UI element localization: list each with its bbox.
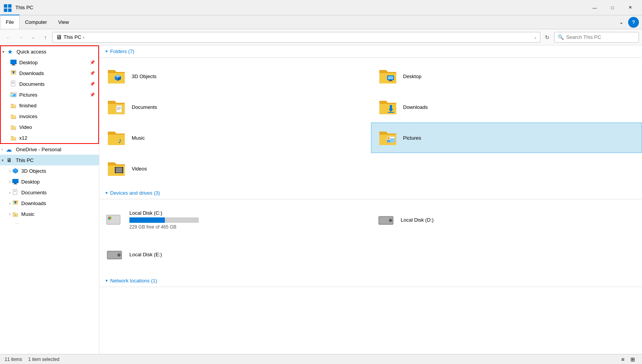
tab-view[interactable]: View xyxy=(53,15,75,29)
drive-e[interactable]: Local Disk (E:) xyxy=(99,237,371,272)
folders-section-header[interactable]: ▾ Folders (7) xyxy=(99,45,642,58)
network-section-header[interactable]: ▾ Network locations (1) xyxy=(99,275,642,287)
folder-desktop-name: Desktop xyxy=(403,73,422,79)
sidebar-item-downloads[interactable]: Downloads 📌 xyxy=(1,68,98,78)
sidebar-thispc-downloads[interactable]: › Downloads xyxy=(0,198,99,209)
sidebar-thispc-documents[interactable]: › Documents xyxy=(0,187,99,198)
svg-rect-53 xyxy=(122,172,123,173)
forward-button[interactable]: → xyxy=(15,32,26,43)
svg-rect-31 xyxy=(388,76,393,79)
thispc-header[interactable]: ▾ 🖥 This PC xyxy=(0,155,99,165)
sidebar-thispc-3dobjects[interactable]: › 3D Objects xyxy=(0,165,99,176)
folder-music[interactable]: ♪ Music xyxy=(99,122,371,153)
folder-videos-name: Videos xyxy=(132,166,147,172)
help-button[interactable]: ? xyxy=(628,17,639,28)
svg-rect-24 xyxy=(14,191,16,192)
onedrive-header[interactable]: › ☁ OneDrive - Personal xyxy=(0,144,99,155)
svg-rect-10 xyxy=(13,71,14,73)
documents-icon xyxy=(10,80,17,87)
sidebar-item-desktop[interactable]: Desktop 📌 xyxy=(1,57,98,68)
search-bar[interactable]: 🔍 xyxy=(554,32,639,43)
3dobjects-chevron: › xyxy=(9,169,10,173)
drive-d[interactable]: Local Disk (D:) xyxy=(371,202,642,237)
address-bar-icon: 🖥 xyxy=(56,34,62,41)
devices-section-header[interactable]: ▾ Devices and drives (3) xyxy=(99,187,642,199)
quick-access-label: Quick access xyxy=(17,49,46,55)
sidebar-item-video[interactable]: Video xyxy=(1,122,98,132)
ribbon-right: ⌄ ? xyxy=(616,15,642,29)
refresh-button[interactable]: ↻ xyxy=(542,32,553,43)
minimize-button[interactable]: — xyxy=(586,2,603,14)
folder-music-name: Music xyxy=(132,135,145,141)
folder-finished-icon xyxy=(10,102,17,109)
svg-rect-33 xyxy=(388,81,393,81)
view-controls: ≡ ⊞ xyxy=(618,355,637,364)
music-thispc-chevron: › xyxy=(9,212,10,216)
network-section-label: Network locations (1) xyxy=(110,278,157,284)
svg-rect-13 xyxy=(12,83,14,83)
folder-documents[interactable]: Documents xyxy=(99,92,371,122)
svg-point-45 xyxy=(387,137,390,139)
folder-pictures[interactable]: Pictures xyxy=(371,122,642,153)
onedrive-label: OneDrive - Personal xyxy=(16,147,61,152)
back-button[interactable]: ← xyxy=(3,32,14,43)
svg-rect-32 xyxy=(389,80,392,81)
tab-computer[interactable]: Computer xyxy=(20,15,53,29)
drive-c[interactable]: Local Disk (C:) 229 GB free of 465 GB xyxy=(99,202,371,237)
quick-access-header[interactable]: ▾ ★ Quick access xyxy=(1,46,98,57)
sidebar-desktop-label: Desktop xyxy=(19,60,38,65)
folder-pictures-name: Pictures xyxy=(403,135,421,141)
folder-video-icon xyxy=(10,124,17,130)
drive-d-name: Local Disk (D:) xyxy=(401,217,434,223)
thispc-chevron: ▾ xyxy=(2,158,3,162)
svg-rect-17 xyxy=(13,94,16,97)
thispc-icon: 🖥 xyxy=(7,157,12,163)
folder-documents-name: Documents xyxy=(132,104,157,110)
desktop-thispc-icon xyxy=(12,178,19,185)
address-bar[interactable]: 🖥 This PC › ⌄ xyxy=(52,32,540,43)
downloads-thispc-icon xyxy=(12,200,19,207)
sidebar-video-label: Video xyxy=(19,124,32,130)
downloads-icon xyxy=(10,70,17,77)
drive-c-name: Local Disk (C:) xyxy=(129,210,199,216)
ribbon-collapse-button[interactable]: ⌄ xyxy=(616,17,627,28)
svg-rect-51 xyxy=(122,167,123,169)
title-bar: This PC — □ ✕ xyxy=(0,0,642,15)
sidebar-thispc-music[interactable]: › ♪ Music xyxy=(0,209,99,219)
large-icons-view-button[interactable]: ⊞ xyxy=(628,355,637,364)
address-dropdown-arrow[interactable]: ⌄ xyxy=(534,35,537,39)
folder-invoices-icon xyxy=(10,113,17,120)
sidebar-item-documents[interactable]: Documents 📌 xyxy=(1,78,98,89)
folder-downloads[interactable]: Downloads xyxy=(371,92,642,122)
recent-locations-button[interactable]: ⌄ xyxy=(28,32,39,43)
svg-rect-36 xyxy=(117,108,121,109)
svg-point-68 xyxy=(118,254,120,256)
folder-downloads-icon xyxy=(378,97,398,117)
sidebar-item-invoices[interactable]: invoices xyxy=(1,111,98,122)
folder-videos[interactable]: Videos xyxy=(99,153,371,184)
sidebar-item-pictures[interactable]: Pictures 📌 xyxy=(1,89,98,100)
svg-rect-47 xyxy=(116,168,122,172)
tab-file[interactable]: File xyxy=(0,15,20,29)
maximize-button[interactable]: □ xyxy=(603,2,621,14)
toolbar: ← → ⌄ ↑ 🖥 This PC › ⌄ ↻ 🔍 xyxy=(0,29,642,45)
svg-text:♪: ♪ xyxy=(118,136,122,145)
app-icon xyxy=(3,3,12,12)
sidebar-item-finished[interactable]: finished xyxy=(1,100,98,111)
search-input[interactable] xyxy=(566,34,635,40)
details-view-button[interactable]: ≡ xyxy=(618,355,627,364)
svg-rect-5 xyxy=(12,64,15,65)
svg-rect-40 xyxy=(388,112,394,113)
folder-desktop[interactable]: Desktop xyxy=(371,61,642,92)
sidebar-3dobjects-label: 3D Objects xyxy=(21,168,46,174)
sidebar-thispc-desktop[interactable]: › Desktop xyxy=(0,176,99,187)
drive-e-name: Local Disk (E:) xyxy=(129,252,162,257)
up-button[interactable]: ↑ xyxy=(40,32,51,43)
sidebar-item-x12[interactable]: x12 xyxy=(1,132,98,143)
folder-3dobjects[interactable]: 3D Objects xyxy=(99,61,371,92)
svg-rect-0 xyxy=(4,4,7,8)
pin-icon-documents: 📌 xyxy=(90,82,95,87)
sidebar: ▾ ★ Quick access Desktop 📌 xyxy=(0,45,99,354)
close-button[interactable]: ✕ xyxy=(621,2,639,14)
folder-downloads-name: Downloads xyxy=(403,104,428,110)
